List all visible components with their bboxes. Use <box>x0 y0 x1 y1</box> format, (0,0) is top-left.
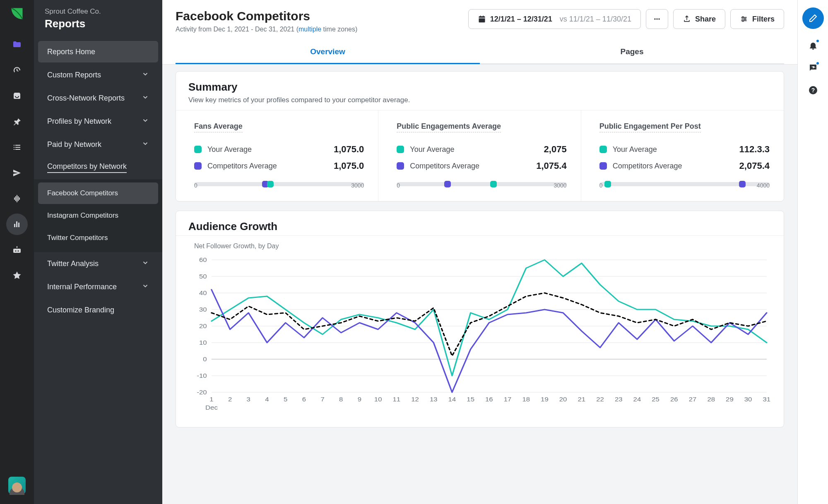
metric-your-value: 112.3.3 <box>739 144 770 155</box>
svg-text:4: 4 <box>265 396 269 403</box>
more-options-button[interactable] <box>646 9 668 29</box>
tab-overview[interactable]: Overview <box>176 41 480 64</box>
svg-point-5 <box>742 20 744 22</box>
metric-your-value: 2,075 <box>544 144 567 155</box>
svg-text:25: 25 <box>652 396 660 403</box>
rail-bot-icon[interactable] <box>6 239 28 261</box>
sprout-logo <box>8 5 26 22</box>
svg-text:50: 50 <box>199 273 207 280</box>
growth-chart: -20-100102030405060123456789101112131415… <box>188 256 771 415</box>
nav-competitors-network[interactable]: Competitors by Network <box>38 157 158 178</box>
nav-profiles-network[interactable]: Profiles by Network <box>38 110 158 132</box>
legend-dot-your <box>397 146 404 153</box>
svg-text:19: 19 <box>541 396 549 403</box>
metric-title: Fans Average <box>194 122 243 132</box>
subnav-twitter-competitors[interactable]: Twitter Competitors <box>38 227 158 249</box>
subnav-instagram-competitors[interactable]: Instagram Competitors <box>38 205 158 226</box>
chevron-down-icon <box>142 117 149 126</box>
svg-text:40: 40 <box>199 290 207 296</box>
svg-text:-10: -10 <box>197 372 207 379</box>
metric-range-bar: 03000 <box>397 182 566 186</box>
range-mark-your <box>490 181 497 187</box>
metric-panel: Public Engagement Per Post Your Average1… <box>581 110 784 201</box>
svg-point-2 <box>658 18 660 19</box>
subnav-facebook-competitors[interactable]: Facebook Competitors <box>38 182 158 204</box>
metric-comp-value: 2,075.4 <box>739 161 770 171</box>
nav-internal-performance[interactable]: Internal Performance <box>38 276 158 298</box>
metric-comp-value: 1,075.4 <box>536 161 566 171</box>
filters-icon <box>740 15 748 23</box>
svg-text:30: 30 <box>744 396 752 403</box>
help-icon[interactable]: ? <box>807 84 819 96</box>
rail-inbox-icon[interactable] <box>6 85 28 107</box>
metric-title: Public Engagement Per Post <box>599 122 701 132</box>
rail-send-icon[interactable] <box>6 162 28 184</box>
notifications-icon[interactable] <box>807 40 819 51</box>
legend-dot-your <box>194 146 202 153</box>
rail-pin-icon[interactable] <box>6 111 28 132</box>
nav-cross-network[interactable]: Cross-Network Reports <box>38 87 158 109</box>
svg-text:17: 17 <box>504 396 512 403</box>
rail-audio-icon[interactable] <box>6 188 28 209</box>
main-content: Facebook Competitors Activity from Dec 1… <box>162 0 797 504</box>
svg-text:31: 31 <box>763 396 771 403</box>
legend-label: Your Average <box>207 145 252 154</box>
nav-twitter-analysis[interactable]: Twitter Analysis <box>38 253 158 274</box>
svg-text:1: 1 <box>209 396 213 403</box>
nav-label: Cross-Network Reports <box>47 94 125 103</box>
tab-pages[interactable]: Pages <box>480 41 784 64</box>
share-button[interactable]: Share <box>673 9 725 29</box>
svg-text:20: 20 <box>559 396 567 403</box>
competitors-subgroup: Facebook Competitors Instagram Competito… <box>34 179 162 252</box>
nav-label: Custom Reports <box>47 71 101 79</box>
svg-text:27: 27 <box>689 396 697 403</box>
nav-label: Reports Home <box>47 48 95 56</box>
metric-range-bar: 04000 <box>599 182 770 186</box>
audience-growth-card: Audience Growth Net Follower Growth, by … <box>176 211 784 427</box>
svg-text:10: 10 <box>374 396 382 403</box>
svg-text:?: ? <box>811 87 815 94</box>
svg-text:5: 5 <box>284 396 287 403</box>
chat-icon[interactable] <box>807 62 819 74</box>
summary-title: Summary <box>188 81 771 94</box>
chevron-down-icon <box>142 259 149 269</box>
nav-label: Paid by Network <box>47 140 101 149</box>
svg-text:13: 13 <box>430 396 438 403</box>
growth-subtitle: Net Follower Growth, by Day <box>194 242 771 250</box>
org-name: Sprout Coffee Co. <box>45 7 152 16</box>
metric-comp-value: 1,075.0 <box>334 161 364 171</box>
summary-card: Summary View key metrics of your profile… <box>176 71 784 202</box>
user-avatar[interactable] <box>8 477 26 494</box>
svg-text:3: 3 <box>247 396 250 403</box>
nav-customize-branding[interactable]: Customize Branding <box>38 299 158 321</box>
svg-text:21: 21 <box>578 396 586 403</box>
legend-label: Competitors Average <box>207 162 277 170</box>
svg-text:12: 12 <box>411 396 419 403</box>
date-range-button[interactable]: 12/1/21 – 12/31/21 vs 11/1/21 – 11/30/21 <box>468 9 641 29</box>
nav-label: Internal Performance <box>47 283 117 291</box>
svg-text:-20: -20 <box>197 389 207 396</box>
svg-text:60: 60 <box>199 257 207 263</box>
chevron-down-icon <box>142 140 149 149</box>
svg-text:9: 9 <box>358 396 361 403</box>
range-min: 0 <box>599 182 603 189</box>
svg-text:7: 7 <box>320 396 324 403</box>
svg-text:2: 2 <box>228 396 232 403</box>
legend-label: Competitors Average <box>410 162 479 170</box>
nav-reports-home[interactable]: Reports Home <box>38 41 158 62</box>
svg-point-3 <box>742 17 744 18</box>
rail-folder-icon[interactable] <box>6 34 28 55</box>
timezone-link[interactable]: multiple <box>298 26 321 33</box>
nav-paid-network[interactable]: Paid by Network <box>38 134 158 155</box>
range-max: 4000 <box>757 182 770 189</box>
nav-custom-reports[interactable]: Custom Reports <box>38 64 158 86</box>
nav-label: Competitors by Network <box>47 162 127 173</box>
rail-list-icon[interactable] <box>6 137 28 158</box>
compose-button[interactable] <box>802 7 824 29</box>
filters-button[interactable]: Filters <box>730 9 784 29</box>
rail-speed-icon[interactable] <box>6 60 28 81</box>
range-mark-your <box>604 181 611 187</box>
rail-star-icon[interactable] <box>6 265 28 286</box>
legend-dot-comp <box>397 162 404 170</box>
rail-reports-icon[interactable] <box>6 214 28 235</box>
